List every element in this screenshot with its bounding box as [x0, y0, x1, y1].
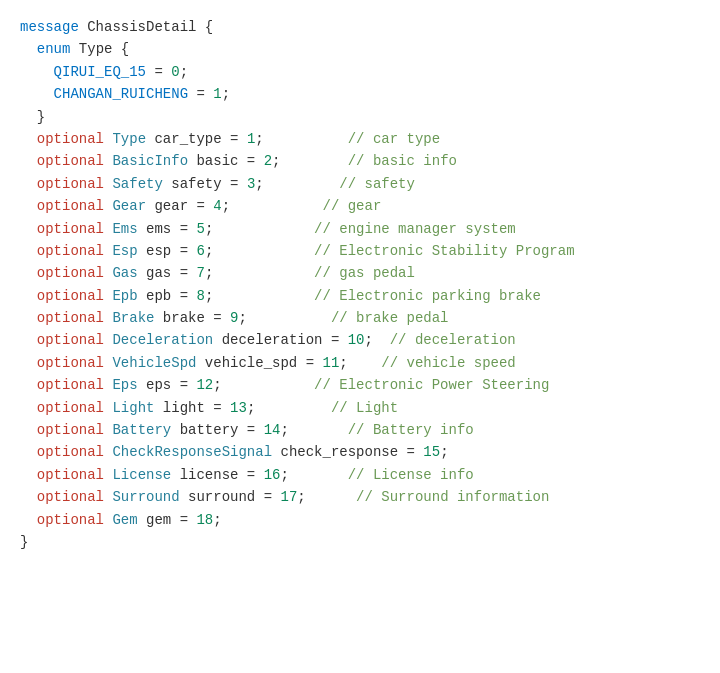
punctuation-token	[104, 374, 112, 396]
kw-optional-token: optional	[37, 262, 104, 284]
punctuation-token: ;	[440, 441, 448, 463]
punctuation-token: ;	[339, 352, 347, 374]
punctuation-token	[104, 329, 112, 351]
punctuation-token: ;	[205, 285, 213, 307]
punctuation-token: eps =	[138, 374, 197, 396]
punctuation-token	[104, 352, 112, 374]
punctuation-token	[104, 397, 112, 419]
comment-token: // safety	[264, 173, 415, 195]
number-token: 0	[171, 61, 179, 83]
comment-token: // basic info	[281, 150, 457, 172]
kw-optional-token: optional	[37, 173, 104, 195]
punctuation-token: light =	[154, 397, 230, 419]
punctuation-token: ;	[222, 83, 230, 105]
type-name-token: Gem	[112, 509, 137, 531]
code-line: optional Gas gas = 7; // gas pedal	[20, 262, 700, 284]
punctuation-token	[104, 150, 112, 172]
comment-token: // deceleration	[373, 329, 516, 351]
code-line: optional Light light = 13; // Light	[20, 397, 700, 419]
punctuation-token	[104, 195, 112, 217]
punctuation-token	[104, 128, 112, 150]
kw-optional-token: optional	[37, 218, 104, 240]
code-line: optional Eps eps = 12; // Electronic Pow…	[20, 374, 700, 396]
number-token: 2	[264, 150, 272, 172]
punctuation-token: ;	[180, 61, 188, 83]
kw-message-token: message	[20, 16, 79, 38]
punctuation-token: ChassisDetail {	[79, 16, 213, 38]
punctuation-token: ;	[272, 150, 280, 172]
kw-optional-token: optional	[37, 352, 104, 374]
number-token: 18	[196, 509, 213, 531]
code-line: optional Esp esp = 6; // Electronic Stab…	[20, 240, 700, 262]
number-token: 14	[264, 419, 281, 441]
kw-optional-token: optional	[37, 150, 104, 172]
number-token: 15	[423, 441, 440, 463]
code-line: optional CheckResponseSignal check_respo…	[20, 441, 700, 463]
punctuation-token: battery =	[171, 419, 263, 441]
code-line: QIRUI_EQ_15 = 0;	[20, 61, 700, 83]
comment-token: // Battery info	[289, 419, 474, 441]
type-name-token: Epb	[112, 285, 137, 307]
punctuation-token: ;	[213, 509, 221, 531]
punctuation-token	[104, 262, 112, 284]
punctuation-token: =	[146, 61, 171, 83]
punctuation-token: ;	[247, 397, 255, 419]
number-token: 8	[196, 285, 204, 307]
kw-optional-token: optional	[37, 285, 104, 307]
number-token: 9	[230, 307, 238, 329]
comment-token: // Electronic Stability Program	[213, 240, 574, 262]
kw-optional-token: optional	[37, 307, 104, 329]
comment-token: // License info	[289, 464, 474, 486]
comment-token: // engine manager system	[213, 218, 515, 240]
comment-token: // Light	[255, 397, 398, 419]
kw-optional-token: optional	[37, 374, 104, 396]
code-line: optional BasicInfo basic = 2; // basic i…	[20, 150, 700, 172]
enum-val-token: CHANGAN_RUICHENG	[54, 83, 188, 105]
kw-optional-token: optional	[37, 329, 104, 351]
number-token: 16	[264, 464, 281, 486]
punctuation-token	[104, 173, 112, 195]
type-name-token: VehicleSpd	[112, 352, 196, 374]
punctuation-token: ;	[205, 240, 213, 262]
comment-token: // car type	[264, 128, 440, 150]
punctuation-token: Type {	[70, 38, 129, 60]
type-name-token: Eps	[112, 374, 137, 396]
punctuation-token: basic =	[188, 150, 264, 172]
code-line: optional Safety safety = 3; // safety	[20, 173, 700, 195]
punctuation-token	[104, 486, 112, 508]
kw-optional-token: optional	[37, 419, 104, 441]
punctuation-token: ;	[238, 307, 246, 329]
kw-optional-token: optional	[37, 486, 104, 508]
number-token: 13	[230, 397, 247, 419]
number-token: 1	[247, 128, 255, 150]
punctuation-token: surround =	[180, 486, 281, 508]
number-token: 7	[196, 262, 204, 284]
code-line: }	[20, 531, 700, 553]
code-line: optional Ems ems = 5; // engine manager …	[20, 218, 700, 240]
punctuation-token: ;	[280, 419, 288, 441]
punctuation-token: ;	[365, 329, 373, 351]
punctuation-token: license =	[171, 464, 263, 486]
punctuation-token: ;	[205, 262, 213, 284]
punctuation-token	[104, 240, 112, 262]
punctuation-token	[104, 441, 112, 463]
number-token: 3	[247, 173, 255, 195]
punctuation-token: ;	[297, 486, 305, 508]
punctuation-token: vehicle_spd =	[196, 352, 322, 374]
punctuation-token: ems =	[138, 218, 197, 240]
kw-optional-token: optional	[37, 240, 104, 262]
code-line: optional Gem gem = 18;	[20, 509, 700, 531]
code-line: optional Battery battery = 14; // Batter…	[20, 419, 700, 441]
type-name-token: Ems	[112, 218, 137, 240]
number-token: 4	[213, 195, 221, 217]
punctuation-token: gear =	[146, 195, 213, 217]
code-line: message ChassisDetail {	[20, 16, 700, 38]
type-name-token: Battery	[112, 419, 171, 441]
kw-optional-token: optional	[37, 509, 104, 531]
punctuation-token	[104, 285, 112, 307]
type-name-token: Safety	[112, 173, 162, 195]
enum-val-token: QIRUI_EQ_15	[54, 61, 146, 83]
type-name-token: Gas	[112, 262, 137, 284]
punctuation-token	[104, 218, 112, 240]
punctuation-token	[104, 509, 112, 531]
